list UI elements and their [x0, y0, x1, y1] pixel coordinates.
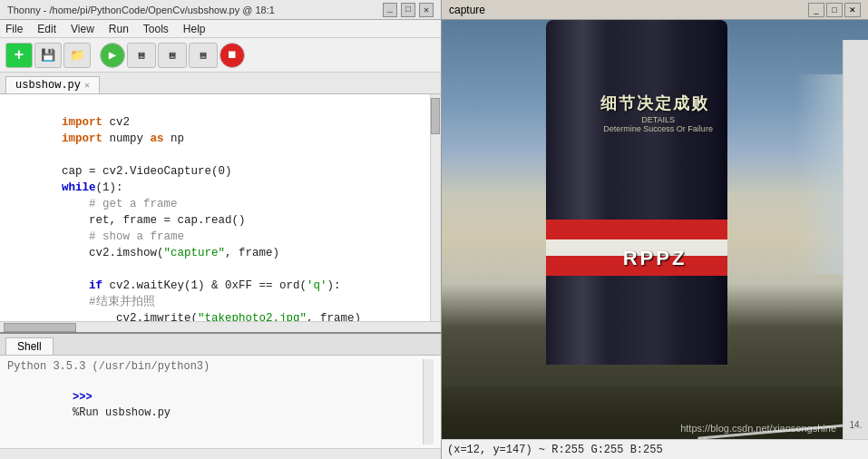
maximize-button[interactable]: □ [401, 3, 415, 17]
menu-edit[interactable]: Edit [35, 23, 58, 35]
cv-minimize-button[interactable]: _ [808, 3, 824, 17]
menu-file[interactable]: File [4, 23, 24, 35]
bottle-body [546, 20, 727, 365]
window-title: Thonny - /home/pi/PythonCode/OpenCv/usbs… [7, 5, 275, 15]
menu-bar: File Edit View Run Tools Help [0, 20, 441, 38]
menu-help[interactable]: Help [181, 23, 208, 35]
window-controls: _ □ ✕ [383, 3, 434, 17]
step-over-button[interactable]: ▤ [158, 43, 187, 68]
cv-right-info: 14. [843, 40, 868, 439]
cv-window-title: capture [449, 4, 485, 16]
file-tab-usbshow[interactable]: usbshow.py ✕ [5, 76, 100, 93]
toolbar: + 💾 📁 ▶ ▤ ▤ ▤ ⏹ [0, 38, 441, 73]
camera-image: 细节决定成败 DETAILSDetermine Success Or Failu… [442, 20, 868, 459]
code-editor[interactable]: import cv2 import numpy as np cap = cv2.… [0, 94, 430, 321]
cv-window-controls: _ □ ✕ [808, 3, 861, 17]
debug-step-button[interactable]: ▤ [127, 43, 156, 68]
shell-h-scrollbar[interactable] [0, 448, 441, 459]
code-line-4: cap = cv2.VideoCapture(0) [7, 147, 423, 163]
cv-title-bar: capture _ □ ✕ [442, 0, 868, 20]
pixel-info-bar: (x=12, y=147) ~ R:255 G:255 B:255 [442, 439, 868, 459]
shell-text-area[interactable]: Python 3.5.3 (/usr/bin/python3) >>> %Run… [7, 359, 423, 444]
bottle-text-chinese: 细节决定成败 [600, 93, 709, 114]
title-bar: Thonny - /home/pi/PythonCode/OpenCv/usbs… [0, 0, 441, 20]
shell-line-1: Python 3.5.3 (/usr/bin/python3) [7, 359, 423, 375]
run-button[interactable]: ▶ [100, 43, 125, 68]
file-tab-close[interactable]: ✕ [84, 80, 90, 91]
editor-scrollbar-thumb[interactable] [431, 98, 440, 134]
menu-view[interactable]: View [69, 23, 96, 35]
shell-tab[interactable]: Shell [5, 337, 54, 355]
horizontal-scrollbar[interactable] [0, 321, 441, 332]
code-line-1: import cv2 [7, 98, 423, 114]
shell-tab-bar: Shell [0, 334, 441, 356]
step-into-button[interactable]: ▤ [189, 43, 218, 68]
side-number: 14. [850, 420, 863, 430]
editor-scrollbar[interactable] [430, 94, 441, 321]
editor-area[interactable]: import cv2 import numpy as np cap = cv2.… [0, 94, 441, 321]
shell-scrollbar[interactable] [423, 359, 434, 444]
save-button[interactable]: 💾 [34, 43, 62, 68]
bottle-stripe-top-red [546, 220, 727, 239]
shell-panel: Shell Python 3.5.3 (/usr/bin/python3) >>… [0, 332, 441, 459]
h-scrollbar-track[interactable] [0, 323, 441, 332]
cv-close-button[interactable]: ✕ [844, 3, 861, 17]
minimize-button[interactable]: _ [383, 3, 397, 17]
h-scrollbar-thumb[interactable] [4, 323, 76, 332]
editor-panel: Thonny - /home/pi/PythonCode/OpenCv/usbs… [0, 0, 442, 459]
shell-line-2: >>> %Run usbshow.py [7, 375, 423, 436]
bottle-brand-text: RPPZ [623, 247, 688, 270]
code-line-11: if cv2.waitKey(1) & 0xFF == ord('q'): [7, 261, 423, 278]
file-tabs: usbshow.py ✕ [0, 73, 441, 94]
menu-run[interactable]: Run [107, 23, 131, 35]
watermark: https://blog.csdn.net/xiaosongshine [680, 423, 836, 434]
pixel-coordinates: (x=12, y=147) ~ R:255 G:255 B:255 [447, 444, 663, 456]
stop-button[interactable]: ⏹ [219, 43, 245, 68]
menu-tools[interactable]: Tools [141, 23, 171, 35]
new-file-button[interactable]: + [5, 43, 33, 68]
shell-prompt: >>> [73, 391, 99, 404]
close-button[interactable]: ✕ [419, 3, 434, 17]
camera-view: 细节决定成败 DETAILSDetermine Success Or Failu… [442, 20, 868, 459]
bottle-text-details: DETAILSDetermine Success Or Failure [603, 115, 713, 133]
opencv-window: capture _ □ ✕ 细节决定成败 DETAILSDetermine Su… [442, 0, 868, 459]
open-button[interactable]: 📁 [63, 43, 91, 68]
file-tab-label: usbshow.py [15, 79, 81, 92]
shell-content[interactable]: Python 3.5.3 (/usr/bin/python3) >>> %Run… [0, 356, 441, 448]
cv-restore-button[interactable]: □ [826, 3, 843, 17]
shell-command: %Run usbshow.py [73, 406, 171, 419]
